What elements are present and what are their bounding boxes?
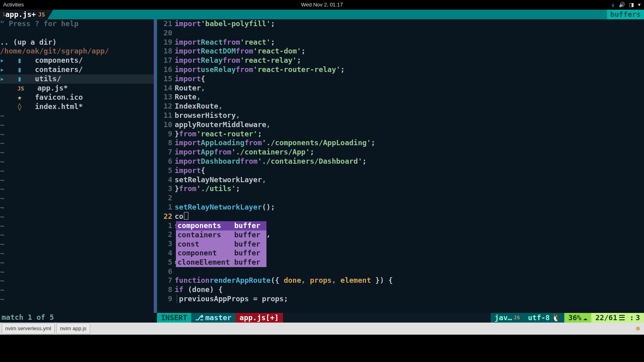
tab-active[interactable]: 1 app.js+ JS [0,10,47,19]
volume-icon[interactable]: 🔊 [619,0,625,10]
js-icon: JS [514,313,520,323]
completion-popup[interactable]: components buffer containers buffer cons… [176,221,266,267]
empty-space [0,335,644,362]
completion-item[interactable]: cloneElement buffer [176,258,266,267]
activities-button[interactable]: Activities [3,0,24,10]
filetype-indicator: jav… JS [491,313,524,323]
main-area: " Press ? for help .. (up a dir) /home/o… [0,19,644,313]
up-icon: ☁ [583,313,587,323]
js-icon: JS [17,85,24,92]
current-line-number: 22 [157,212,175,221]
os-taskbar: nvim serverless.yml nvim app.js [0,323,644,335]
chevron-down-icon[interactable]: ▾ [638,0,641,10]
scroll-percent: 36% ☁ [564,313,591,323]
taskbar-window[interactable]: nvim app.js [56,323,90,335]
tree-dir[interactable]: ▸ ▮ containers/ [0,65,157,74]
tree-dir[interactable]: ▸ ▮ components/ [0,56,157,65]
js-icon: JS [38,10,45,19]
tree-file[interactable]: ◊ index.html* [0,102,157,111]
branch-icon: ⎇ [195,313,204,323]
cwd: /home/oak/git/sgraph/app/ [0,47,157,56]
tree-dir-selected[interactable]: ▸ ▮ utils/ [0,74,157,84]
cursor [184,212,188,220]
taskbar-window[interactable]: nvim serverless.yml [2,323,55,335]
completion-item-selected[interactable]: components buffer [176,221,266,230]
file-tree[interactable]: " Press ? for help .. (up a dir) /home/o… [0,19,157,313]
favicon-icon: ★ [17,93,22,101]
mode-indicator: INSERT [157,313,191,323]
clock[interactable]: Wed Nov 2, 01:17 [301,0,343,10]
completion-item[interactable]: component buffer [176,249,266,258]
notification-icon[interactable] [636,327,640,331]
editor-pane[interactable]: 21import 'babel-polyfill'; 20 19import R… [157,19,644,313]
tab-separator [47,10,53,19]
battery-icon[interactable]: ◨ [629,0,634,10]
html-icon: ◊ [17,102,22,111]
penguin-icon: 🐧 [551,313,560,323]
tab-index: 1 [2,10,5,19]
cursor-position: 22/61☰ : 3 [591,313,644,323]
tree-file[interactable]: ★ favicon.ico [0,93,157,102]
completion-item[interactable]: const buffer [176,240,266,249]
buffers-button[interactable]: buffers [607,10,644,19]
os-topbar: Activities Wed Nov 2, 01:17 ⏚ 🔊 ◨ ▾ [0,0,644,10]
help-hint: " Press ? for help [0,19,157,29]
tab-filename: app.js+ [5,10,36,19]
git-branch: ⎇master [191,313,235,323]
tree-file[interactable]: JS app.js* [0,84,157,93]
tabline: 1 app.js+ JS buffers [0,10,644,19]
filename-indicator: app.js[+] [235,313,283,323]
match-indicator: match 1 of 5 [0,313,157,323]
encoding-indicator: utf-8 🐧 [524,313,564,323]
completion-item[interactable]: containers buffer [176,230,266,240]
wifi-icon[interactable]: ⏚ [611,0,615,10]
statusline: match 1 of 5 INSERT ⎇master app.js[+] ja… [0,313,644,323]
up-dir[interactable]: .. (up a dir) [0,38,157,47]
